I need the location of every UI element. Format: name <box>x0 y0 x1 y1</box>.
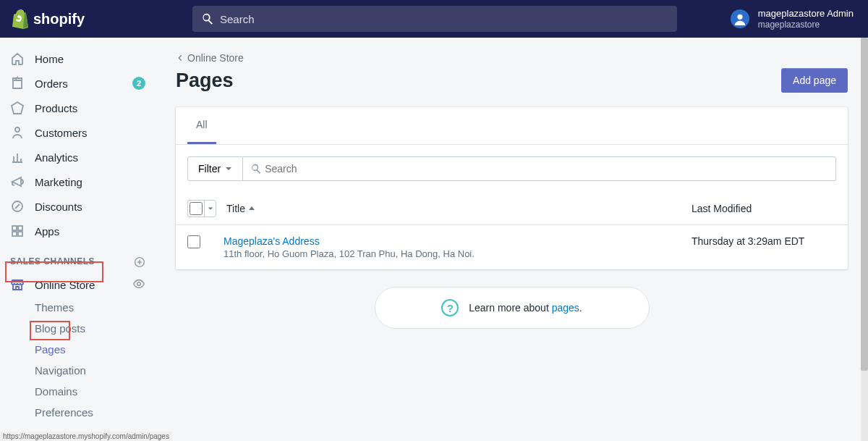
svg-rect-4 <box>18 226 22 230</box>
nav-label: Home <box>35 53 64 65</box>
breadcrumb-label: Online Store <box>187 52 244 64</box>
user-info: mageplazastore Admin mageplazastore <box>758 8 854 30</box>
subnav-blog-posts[interactable]: Blog posts <box>35 318 156 339</box>
avatar <box>731 9 749 28</box>
add-channel-icon[interactable] <box>134 256 145 270</box>
store-icon <box>10 277 25 292</box>
nav-orders[interactable]: Orders 2 <box>0 71 156 96</box>
nav-online-store[interactable]: Online Store <box>0 272 156 297</box>
sales-channels-header: SALES CHANNELS <box>0 243 156 272</box>
products-icon <box>10 101 25 115</box>
sort-asc-icon <box>248 205 255 212</box>
nav-apps[interactable]: Apps <box>0 219 156 243</box>
subnav-themes[interactable]: Themes <box>35 297 156 318</box>
subnav-preferences[interactable]: Preferences <box>35 402 156 423</box>
analytics-icon <box>10 150 25 164</box>
table-header: Title Last Modified <box>176 193 848 225</box>
home-icon <box>10 51 25 66</box>
add-page-button[interactable]: Add page <box>781 68 848 93</box>
row-subtitle: 11th floor, Ho Guom Plaza, 102 Tran Phu,… <box>224 248 692 259</box>
nav-label: Marketing <box>35 176 82 188</box>
breadcrumb[interactable]: Online Store <box>176 52 848 64</box>
svg-point-8 <box>137 282 141 285</box>
main-content: Online Store Pages Add page All Filter <box>156 38 868 441</box>
svg-rect-5 <box>12 232 17 236</box>
table-search-input[interactable] <box>262 157 828 180</box>
svg-rect-3 <box>12 226 17 230</box>
learn-more-text: Learn more about pages. <box>469 302 582 314</box>
nav-home[interactable]: Home <box>0 46 156 71</box>
tab-all[interactable]: All <box>187 107 216 144</box>
learn-more-link[interactable]: pages <box>552 302 579 314</box>
svg-rect-6 <box>18 232 22 236</box>
chevron-left-icon <box>176 54 184 62</box>
logo-text: shopify <box>33 11 85 28</box>
nav-label: Online Store <box>35 279 95 291</box>
tabs: All <box>176 107 848 145</box>
table-search[interactable] <box>243 156 836 181</box>
select-dropdown[interactable] <box>204 201 216 217</box>
select-all-wrap[interactable] <box>187 200 216 217</box>
discounts-icon <box>10 199 25 214</box>
user-name: mageplazastore Admin <box>758 8 854 20</box>
nav-label: Orders <box>35 77 68 90</box>
nav-label: Customers <box>35 127 88 139</box>
apps-icon <box>10 224 25 238</box>
filter-button[interactable]: Filter <box>187 156 243 181</box>
marketing-icon <box>10 175 25 189</box>
global-search[interactable] <box>192 6 677 32</box>
browser-status-bar: https://mageplazastore.myshopify.com/adm… <box>0 432 172 441</box>
nav-products[interactable]: Products <box>0 96 156 120</box>
subnav-navigation[interactable]: Navigation <box>35 360 156 381</box>
sidebar: Home Orders 2 Products Customers Analyti… <box>0 38 156 441</box>
search-icon <box>201 12 214 25</box>
nav-discounts[interactable]: Discounts <box>0 194 156 219</box>
search-icon <box>250 163 262 175</box>
select-all-checkbox[interactable] <box>190 202 203 215</box>
search-input[interactable] <box>220 13 668 25</box>
caret-down-icon <box>225 165 232 172</box>
page-title: Pages <box>176 70 234 92</box>
view-store-icon[interactable] <box>132 277 145 293</box>
help-icon: ? <box>441 299 459 316</box>
nav-analytics[interactable]: Analytics <box>0 145 156 169</box>
nav-label: Discounts <box>35 201 82 213</box>
row-title-link[interactable]: Mageplaza's Address <box>224 235 692 247</box>
orders-badge: 2 <box>132 77 145 90</box>
person-icon <box>733 12 746 25</box>
online-store-subnav: Themes Blog posts Pages Navigation Domai… <box>0 297 156 423</box>
top-bar: shopify mageplazastore Admin mageplazast… <box>0 0 868 38</box>
user-menu[interactable]: mageplazastore Admin mageplazastore <box>716 8 868 30</box>
row-modified: Thursday at 3:29am EDT <box>692 235 836 259</box>
pages-card: All Filter Title <box>176 107 848 269</box>
caret-down-icon <box>208 206 213 211</box>
column-modified[interactable]: Last Modified <box>692 203 836 214</box>
subnav-domains[interactable]: Domains <box>35 381 156 402</box>
logo[interactable]: shopify <box>0 9 187 29</box>
orders-icon <box>10 76 25 91</box>
column-title[interactable]: Title <box>226 203 692 214</box>
subnav-pages[interactable]: Pages <box>35 339 156 360</box>
learn-more-callout: ? Learn more about pages. <box>375 287 650 329</box>
svg-point-1 <box>15 127 20 132</box>
nav-label: Analytics <box>35 151 78 164</box>
nav-marketing[interactable]: Marketing <box>0 169 156 194</box>
customers-icon <box>10 125 25 140</box>
user-store: mageplazastore <box>758 20 854 30</box>
table-row: Mageplaza's Address 11th floor, Ho Guom … <box>176 225 848 269</box>
row-checkbox[interactable] <box>187 235 200 248</box>
nav-customers[interactable]: Customers <box>0 120 156 145</box>
nav-label: Products <box>35 102 77 114</box>
shopify-logo-icon <box>12 9 29 29</box>
svg-point-0 <box>737 14 742 20</box>
nav-label: Apps <box>35 225 59 238</box>
